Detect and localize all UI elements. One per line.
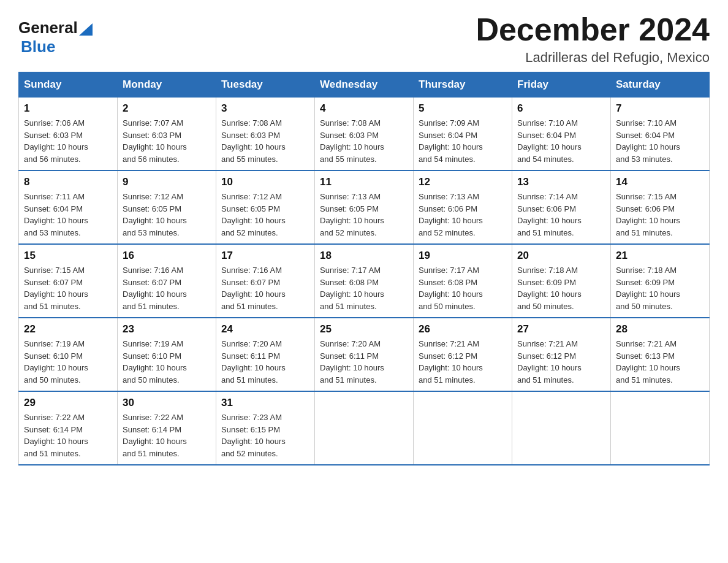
day-number: 2: [123, 102, 211, 115]
day-info: Sunrise: 7:14 AM Sunset: 6:06 PM Dayligh…: [517, 191, 605, 239]
day-info: Sunrise: 7:21 AM Sunset: 6:12 PM Dayligh…: [517, 338, 605, 386]
day-number: 8: [24, 176, 112, 188]
header-thursday: Thursday: [414, 72, 512, 98]
calendar-cell: [315, 391, 414, 465]
day-number: 19: [419, 250, 507, 262]
day-info: Sunrise: 7:15 AM Sunset: 6:06 PM Dayligh…: [616, 191, 704, 239]
day-number: 5: [419, 102, 507, 115]
day-number: 31: [221, 397, 309, 409]
day-number: 1: [24, 102, 112, 115]
calendar-cell: 29Sunrise: 7:22 AM Sunset: 6:14 PM Dayli…: [19, 391, 118, 465]
calendar-cell: 13Sunrise: 7:14 AM Sunset: 6:06 PM Dayli…: [512, 170, 611, 244]
day-info: Sunrise: 7:17 AM Sunset: 6:08 PM Dayligh…: [320, 264, 408, 312]
calendar-cell: 25Sunrise: 7:20 AM Sunset: 6:11 PM Dayli…: [315, 318, 414, 391]
day-number: 16: [123, 250, 211, 262]
day-number: 4: [320, 102, 408, 115]
day-number: 24: [221, 323, 309, 335]
calendar-cell: 17Sunrise: 7:16 AM Sunset: 6:07 PM Dayli…: [216, 244, 315, 318]
day-info: Sunrise: 7:15 AM Sunset: 6:07 PM Dayligh…: [24, 264, 112, 312]
day-info: Sunrise: 7:16 AM Sunset: 6:07 PM Dayligh…: [221, 264, 309, 312]
title-block: December 2024 Ladrilleras del Refugio, M…: [476, 12, 710, 66]
calendar-week-3: 15Sunrise: 7:15 AM Sunset: 6:07 PM Dayli…: [19, 244, 710, 318]
calendar-cell: 9Sunrise: 7:12 AM Sunset: 6:05 PM Daylig…: [118, 170, 216, 244]
day-info: Sunrise: 7:20 AM Sunset: 6:11 PM Dayligh…: [320, 338, 408, 386]
calendar-week-4: 22Sunrise: 7:19 AM Sunset: 6:10 PM Dayli…: [19, 318, 710, 391]
day-info: Sunrise: 7:22 AM Sunset: 6:14 PM Dayligh…: [123, 412, 211, 459]
day-number: 20: [517, 250, 605, 262]
calendar-cell: 22Sunrise: 7:19 AM Sunset: 6:10 PM Dayli…: [19, 318, 118, 391]
day-info: Sunrise: 7:18 AM Sunset: 6:09 PM Dayligh…: [517, 264, 605, 312]
calendar-cell: 20Sunrise: 7:18 AM Sunset: 6:09 PM Dayli…: [512, 244, 611, 318]
calendar-cell: 15Sunrise: 7:15 AM Sunset: 6:07 PM Dayli…: [19, 244, 118, 318]
header-monday: Monday: [118, 72, 216, 98]
day-number: 21: [616, 250, 704, 262]
day-info: Sunrise: 7:23 AM Sunset: 6:15 PM Dayligh…: [221, 412, 309, 459]
calendar-week-1: 1Sunrise: 7:06 AM Sunset: 6:03 PM Daylig…: [19, 98, 710, 171]
day-info: Sunrise: 7:10 AM Sunset: 6:04 PM Dayligh…: [616, 117, 704, 165]
calendar-cell: [512, 391, 611, 465]
day-number: 9: [123, 176, 211, 188]
day-number: 11: [320, 176, 408, 188]
calendar-cell: 27Sunrise: 7:21 AM Sunset: 6:12 PM Dayli…: [512, 318, 611, 391]
calendar-cell: 12Sunrise: 7:13 AM Sunset: 6:06 PM Dayli…: [414, 170, 512, 244]
logo-general-text: General: [18, 18, 78, 37]
calendar-table: SundayMondayTuesdayWednesdayThursdayFrid…: [18, 72, 710, 465]
day-number: 25: [320, 323, 408, 335]
day-info: Sunrise: 7:06 AM Sunset: 6:03 PM Dayligh…: [24, 117, 112, 165]
day-info: Sunrise: 7:16 AM Sunset: 6:07 PM Dayligh…: [123, 264, 211, 312]
day-info: Sunrise: 7:10 AM Sunset: 6:04 PM Dayligh…: [517, 117, 605, 165]
day-number: 28: [616, 323, 704, 335]
day-info: Sunrise: 7:12 AM Sunset: 6:05 PM Dayligh…: [221, 191, 309, 239]
day-number: 7: [616, 102, 704, 115]
calendar-cell: 31Sunrise: 7:23 AM Sunset: 6:15 PM Dayli…: [216, 391, 315, 465]
header-tuesday: Tuesday: [216, 72, 315, 98]
day-number: 27: [517, 323, 605, 335]
calendar-title: December 2024: [476, 12, 710, 47]
day-info: Sunrise: 7:17 AM Sunset: 6:08 PM Dayligh…: [419, 264, 507, 312]
day-number: 22: [24, 323, 112, 335]
calendar-week-2: 8Sunrise: 7:11 AM Sunset: 6:04 PM Daylig…: [19, 170, 710, 244]
day-info: Sunrise: 7:07 AM Sunset: 6:03 PM Dayligh…: [123, 117, 211, 165]
calendar-header-row: SundayMondayTuesdayWednesdayThursdayFrid…: [19, 72, 710, 98]
page-header: General Blue December 2024 Ladrilleras d…: [18, 12, 710, 66]
day-number: 10: [221, 176, 309, 188]
calendar-cell: 23Sunrise: 7:19 AM Sunset: 6:10 PM Dayli…: [118, 318, 216, 391]
day-number: 3: [221, 102, 309, 115]
day-info: Sunrise: 7:09 AM Sunset: 6:04 PM Dayligh…: [419, 117, 507, 165]
day-info: Sunrise: 7:20 AM Sunset: 6:11 PM Dayligh…: [221, 338, 309, 386]
day-info: Sunrise: 7:18 AM Sunset: 6:09 PM Dayligh…: [616, 264, 704, 312]
day-number: 29: [24, 397, 112, 409]
day-number: 26: [419, 323, 507, 335]
calendar-cell: 30Sunrise: 7:22 AM Sunset: 6:14 PM Dayli…: [118, 391, 216, 465]
calendar-cell: 14Sunrise: 7:15 AM Sunset: 6:06 PM Dayli…: [611, 170, 710, 244]
day-info: Sunrise: 7:11 AM Sunset: 6:04 PM Dayligh…: [24, 191, 112, 239]
calendar-cell: 4Sunrise: 7:08 AM Sunset: 6:03 PM Daylig…: [315, 98, 414, 171]
calendar-cell: 1Sunrise: 7:06 AM Sunset: 6:03 PM Daylig…: [19, 98, 118, 171]
day-number: 15: [24, 250, 112, 262]
day-number: 6: [517, 102, 605, 115]
day-number: 14: [616, 176, 704, 188]
calendar-cell: 24Sunrise: 7:20 AM Sunset: 6:11 PM Dayli…: [216, 318, 315, 391]
day-number: 23: [123, 323, 211, 335]
calendar-cell: 16Sunrise: 7:16 AM Sunset: 6:07 PM Dayli…: [118, 244, 216, 318]
day-info: Sunrise: 7:21 AM Sunset: 6:12 PM Dayligh…: [419, 338, 507, 386]
day-number: 17: [221, 250, 309, 262]
logo-triangle-icon: [79, 22, 93, 36]
day-info: Sunrise: 7:22 AM Sunset: 6:14 PM Dayligh…: [24, 412, 112, 459]
logo: General Blue: [18, 18, 93, 56]
calendar-cell: 26Sunrise: 7:21 AM Sunset: 6:12 PM Dayli…: [414, 318, 512, 391]
calendar-cell: 28Sunrise: 7:21 AM Sunset: 6:13 PM Dayli…: [611, 318, 710, 391]
calendar-cell: 5Sunrise: 7:09 AM Sunset: 6:04 PM Daylig…: [414, 98, 512, 171]
calendar-cell: 8Sunrise: 7:11 AM Sunset: 6:04 PM Daylig…: [19, 170, 118, 244]
calendar-week-5: 29Sunrise: 7:22 AM Sunset: 6:14 PM Dayli…: [19, 391, 710, 465]
logo-blue-text: Blue: [18, 37, 55, 56]
header-wednesday: Wednesday: [315, 72, 414, 98]
day-info: Sunrise: 7:19 AM Sunset: 6:10 PM Dayligh…: [123, 338, 211, 386]
day-info: Sunrise: 7:12 AM Sunset: 6:05 PM Dayligh…: [123, 191, 211, 239]
calendar-cell: 3Sunrise: 7:08 AM Sunset: 6:03 PM Daylig…: [216, 98, 315, 171]
calendar-cell: 10Sunrise: 7:12 AM Sunset: 6:05 PM Dayli…: [216, 170, 315, 244]
day-number: 30: [123, 397, 211, 409]
header-sunday: Sunday: [19, 72, 118, 98]
calendar-cell: [611, 391, 710, 465]
header-friday: Friday: [512, 72, 611, 98]
